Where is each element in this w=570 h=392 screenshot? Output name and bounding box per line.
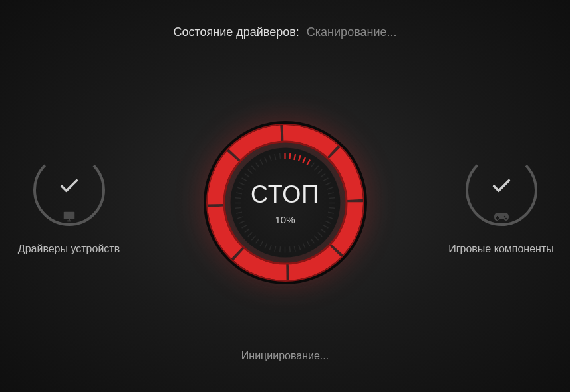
svg-line-52 xyxy=(235,207,241,208)
svg-line-13 xyxy=(307,159,311,165)
game-components-label: Игровые компоненты xyxy=(448,243,554,255)
svg-line-21 xyxy=(328,192,334,193)
svg-line-37 xyxy=(289,246,290,252)
svg-line-24 xyxy=(329,207,335,208)
svg-line-35 xyxy=(299,245,301,250)
svg-line-51 xyxy=(236,212,242,213)
svg-line-61 xyxy=(251,165,255,170)
svg-line-63 xyxy=(260,159,263,165)
svg-line-56 xyxy=(237,187,243,189)
game-components-panel[interactable]: Игровые компоненты xyxy=(435,150,568,255)
svg-line-45 xyxy=(251,235,255,240)
stop-scan-button[interactable]: СТОП 10% xyxy=(202,120,368,286)
svg-line-28 xyxy=(323,225,329,228)
svg-line-44 xyxy=(255,238,259,243)
status-header: Состояние драйверов: Сканирование... xyxy=(0,25,570,39)
svg-line-17 xyxy=(321,173,325,177)
svg-line-43 xyxy=(260,241,263,246)
main-area: Драйверы устройств СТОП 10% xyxy=(0,120,570,286)
svg-line-46 xyxy=(248,232,253,236)
svg-line-34 xyxy=(303,243,305,248)
status-footer: Инициирование... xyxy=(0,350,570,362)
monitor-icon xyxy=(62,209,76,227)
device-drivers-circle xyxy=(29,150,109,230)
svg-line-15 xyxy=(315,165,319,170)
check-icon xyxy=(490,175,513,200)
svg-line-26 xyxy=(327,216,333,218)
status-value: Сканирование... xyxy=(307,25,397,39)
svg-line-47 xyxy=(245,229,249,232)
device-drivers-panel[interactable]: Драйверы устройств xyxy=(3,150,136,255)
svg-line-49 xyxy=(239,221,245,223)
check-icon xyxy=(58,175,80,200)
svg-line-20 xyxy=(327,187,333,189)
svg-line-25 xyxy=(328,212,334,213)
svg-rect-3 xyxy=(69,219,70,221)
svg-line-40 xyxy=(275,246,276,252)
svg-line-12 xyxy=(303,157,305,162)
svg-line-59 xyxy=(245,173,249,177)
status-label: Состояние драйверов: xyxy=(173,25,299,39)
svg-line-27 xyxy=(325,221,331,223)
svg-line-60 xyxy=(248,169,253,173)
svg-line-19 xyxy=(325,182,331,185)
svg-line-55 xyxy=(236,192,242,193)
svg-line-39 xyxy=(280,246,281,252)
svg-line-48 xyxy=(242,225,247,228)
progress-percent: 10% xyxy=(275,214,295,225)
svg-line-41 xyxy=(269,245,271,250)
svg-line-31 xyxy=(315,235,319,240)
svg-rect-1 xyxy=(63,212,74,219)
svg-line-22 xyxy=(329,197,335,198)
svg-line-64 xyxy=(265,157,267,162)
svg-line-58 xyxy=(242,178,247,181)
stop-label: СТОП xyxy=(251,181,319,209)
gamepad-icon xyxy=(494,212,509,227)
svg-line-29 xyxy=(321,229,325,232)
svg-line-42 xyxy=(265,243,267,248)
svg-point-72 xyxy=(505,218,506,219)
game-components-circle xyxy=(462,150,541,230)
svg-point-71 xyxy=(503,216,505,217)
dial-center: СТОП 10% xyxy=(230,148,340,258)
svg-line-32 xyxy=(311,238,314,243)
svg-line-54 xyxy=(235,197,241,198)
svg-line-18 xyxy=(323,178,329,181)
svg-line-11 xyxy=(299,155,301,161)
svg-line-62 xyxy=(255,162,259,167)
svg-line-9 xyxy=(289,153,290,159)
svg-line-14 xyxy=(311,162,314,167)
svg-line-33 xyxy=(307,241,311,246)
svg-rect-2 xyxy=(67,221,71,222)
svg-line-10 xyxy=(294,154,295,160)
svg-line-30 xyxy=(318,232,323,236)
device-drivers-label: Драйверы устройств xyxy=(18,243,120,255)
svg-line-57 xyxy=(239,182,245,185)
svg-line-65 xyxy=(269,155,271,161)
svg-line-36 xyxy=(294,246,295,252)
svg-rect-70 xyxy=(496,217,499,219)
svg-line-66 xyxy=(275,154,276,160)
svg-line-50 xyxy=(237,216,243,218)
svg-line-67 xyxy=(280,153,281,159)
svg-line-16 xyxy=(318,169,323,173)
